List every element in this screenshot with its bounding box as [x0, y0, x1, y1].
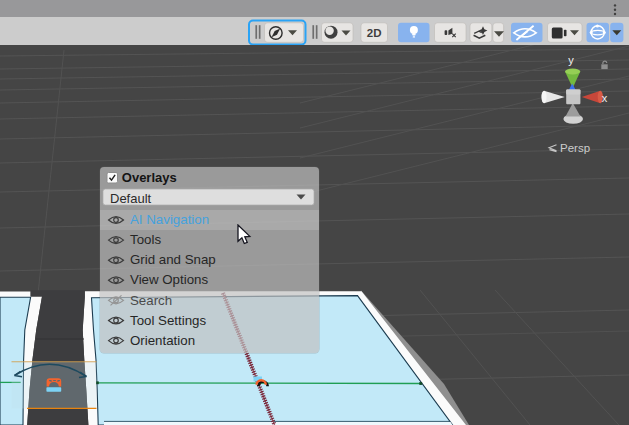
svg-text:y: y: [568, 54, 574, 66]
svg-text:Persp: Persp: [560, 142, 590, 154]
svg-text:x: x: [602, 92, 608, 104]
svg-text:2D: 2D: [367, 27, 382, 39]
